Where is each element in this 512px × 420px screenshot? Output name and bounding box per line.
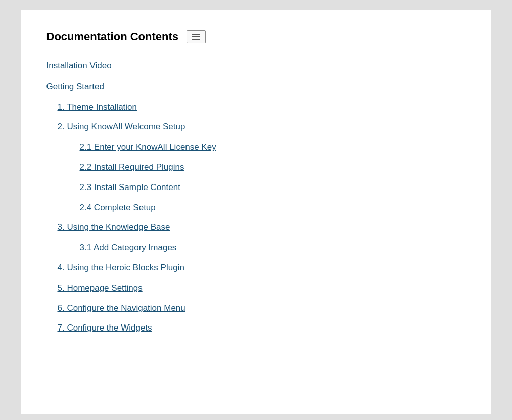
complete-setup-link[interactable]: 2.4 Complete Setup [80, 203, 156, 212]
list-item: 7. Configure the Widgets [46, 322, 466, 334]
doc-title: Documentation Contents [46, 30, 179, 43]
documentation-container: Documentation Contents Installation Vide… [21, 10, 491, 414]
list-item: 3. Using the Knowledge Base 3.1 Add Cate… [46, 221, 466, 254]
list-item: Getting Started 1. Theme Installation 2.… [46, 81, 466, 334]
installation-video-link[interactable]: Installation Video [46, 61, 112, 70]
list-item: 6. Configure the Navigation Menu [46, 302, 466, 314]
list-item: 3.1 Add Category Images [58, 242, 466, 254]
list-item: 5. Homepage Settings [46, 282, 466, 294]
homepage-settings-link[interactable]: 5. Homepage Settings [58, 283, 143, 293]
list-item: 2. Using KnowAll Welcome Setup 2.1 Enter… [46, 121, 466, 213]
header-row: Documentation Contents [46, 30, 466, 43]
knowall-welcome-setup-link[interactable]: 2. Using KnowAll Welcome Setup [58, 122, 185, 131]
getting-started-link[interactable]: Getting Started [46, 82, 104, 91]
list-item: 1. Theme Installation [46, 101, 466, 113]
list-item: 4. Using the Heroic Blocks Plugin [46, 262, 466, 274]
welcome-setup-sublist: 2.1 Enter your KnowAll License Key 2.2 I… [58, 141, 466, 213]
list-item: 2.3 Install Sample Content [58, 181, 466, 194]
theme-installation-link[interactable]: 1. Theme Installation [58, 102, 137, 112]
list-item: Installation Video [46, 60, 466, 72]
add-category-images-link[interactable]: 3.1 Add Category Images [80, 243, 177, 252]
configure-widgets-link[interactable]: 7. Configure the Widgets [58, 323, 152, 333]
menu-icon [192, 34, 200, 40]
list-item: 2.1 Enter your KnowAll License Key [58, 141, 466, 153]
list-item: 2.2 Install Required Plugins [58, 161, 466, 173]
table-of-contents: Installation Video Getting Started 1. Th… [46, 60, 466, 334]
knowledge-base-sublist: 3.1 Add Category Images [58, 242, 466, 254]
list-item: 2.4 Complete Setup [58, 202, 466, 214]
enter-license-key-link[interactable]: 2.1 Enter your KnowAll License Key [80, 142, 216, 152]
menu-button[interactable] [187, 30, 206, 43]
getting-started-sublist: 1. Theme Installation 2. Using KnowAll W… [46, 101, 466, 335]
install-sample-content-link[interactable]: 2.3 Install Sample Content [80, 182, 180, 192]
install-required-plugins-link[interactable]: 2.2 Install Required Plugins [80, 162, 184, 172]
heroic-blocks-plugin-link[interactable]: 4. Using the Heroic Blocks Plugin [58, 263, 184, 272]
configure-navigation-menu-link[interactable]: 6. Configure the Navigation Menu [58, 303, 185, 313]
using-knowledge-base-link[interactable]: 3. Using the Knowledge Base [58, 222, 170, 232]
